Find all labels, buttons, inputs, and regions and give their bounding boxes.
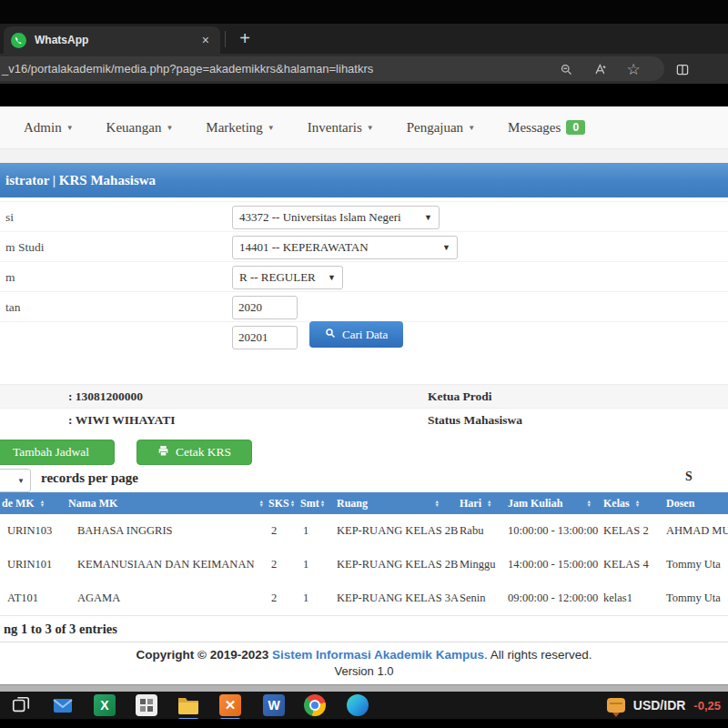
footer-link[interactable]: Sistem Informasi Akademik Kampus [272,648,484,662]
col-label: SKS [268,497,289,511]
currency-ticker[interactable]: USD/IDR -0,25 [607,692,721,719]
excel-icon[interactable]: X [93,693,116,717]
entries-info: ng 1 to 3 of 3 entries [4,622,117,637]
col-header-smt[interactable]: Smt ▲▼ [300,492,325,514]
sort-icon: ▲▼ [487,500,491,508]
tab-close-icon[interactable]: × [198,33,213,47]
version-line: Version 1.0 [0,664,728,678]
student-nim-value: : 13081200000 [68,389,143,404]
col-label: Smt [300,497,319,511]
cell-jam-kuliah: 10:00:00 - 13:00:00 [508,514,598,548]
app-grid-icon[interactable] [135,693,158,717]
col-header-kode-mk[interactable]: de MK ▲▼ [2,492,45,514]
table-row[interactable]: AT101 AGAMA 2 1 KEP-RUANG KELAS 3A Senin… [0,581,728,616]
sort-icon: ▲▼ [635,500,640,508]
new-tab-button[interactable]: + [233,26,257,50]
table-row[interactable]: URIN103 BAHASA INGGRIS 2 1 KEP-RUANG KEL… [0,514,728,549]
col-header-jam-kuliah[interactable]: Jam Kuliah ▲▼ [508,492,592,514]
chevron-down-icon: ▼ [367,124,374,132]
whatsapp-icon [11,33,26,48]
col-header-nama-mk[interactable]: Nama MK ▲▼ [68,492,264,514]
cell-jam-kuliah: 09:00:00 - 12:00:00 [508,581,598,615]
semester-input[interactable] [232,326,298,349]
institusi-select[interactable]: 43372 -- Universitas Islam Negeri ▼ [232,206,440,229]
file-explorer-icon[interactable] [177,693,200,717]
cell-kelas: KELAS 2 [603,514,649,548]
cell-ruang: KEP-RUANG KELAS 2B [337,548,458,581]
nav-item-admin[interactable]: Admin ▼ [24,120,74,136]
ketua-prodi-label: Ketua Prodi [428,389,492,404]
nav-item-messages[interactable]: Messages 0 [508,120,585,136]
col-header-kelas[interactable]: Kelas ▲▼ [603,492,640,514]
tambah-jadwal-button[interactable]: Tambah Jadwal [0,440,115,465]
search-icon [325,328,336,342]
cell-nama-mk: AGAMA [77,581,120,615]
currency-pair: USD/IDR [633,698,686,713]
taskbar-top-strip [0,684,728,692]
main-navbar: Admin ▼ Keuangan ▼ Marketing ▼ Inventari… [0,106,728,149]
cell-sks: 2 [271,581,277,615]
col-header-ruang[interactable]: Ruang ▲▼ [337,492,440,514]
form-row-angkatan: tan [0,291,728,322]
cetak-krs-button[interactable]: Cetak KRS [136,440,252,465]
version-value: 1.0 [377,664,393,678]
favorites-star-icon[interactable]: ☆ [624,60,642,78]
mail-app-icon[interactable] [51,693,75,717]
tab-divider [225,31,226,47]
sort-icon: ▲▼ [40,500,45,508]
col-header-sks[interactable]: SKS ▲▼ [268,492,295,514]
angkatan-input[interactable] [232,296,298,319]
form-label: m Studi [5,240,44,255]
col-header-dosen[interactable]: Dosen [666,492,694,514]
form-row-program-studi: m Studi 14401 -- KEPERAWATAN ▼ [0,231,728,262]
cell-sks: 2 [271,514,277,548]
sort-icon: ▲▼ [259,500,264,508]
form-row-program: m R -- REGULER ▼ [0,261,728,292]
cell-hari: Senin [460,581,485,615]
cell-kode-mk: AT101 [7,581,38,615]
nav-item-inventaris[interactable]: Inventaris ▼ [308,120,374,136]
records-per-page-select[interactable]: ▼ [0,469,31,492]
browser-address-bar: _v16/portalakademik/media.php?page=akade… [0,54,728,84]
cell-smt: 1 [303,581,308,615]
nav-item-marketing[interactable]: Marketing ▼ [206,120,274,136]
table-row[interactable]: URIN101 KEMANUSIAAN DAN KEIMANAN 2 1 KEP… [0,548,728,582]
edge-icon[interactable] [346,693,369,717]
screen-bottom-black-strip [0,719,728,728]
select-value: 43372 -- Universitas Islam Negeri [239,210,401,225]
zoom-out-icon[interactable] [557,60,575,78]
tab-title: WhatsApp [35,34,198,46]
col-header-hari[interactable]: Hari ▲▼ [460,492,491,514]
xampp-icon[interactable]: ✕ [218,693,242,717]
black-band [0,84,728,106]
nav-label: Pengajuan [407,120,463,136]
cell-kelas: KELAS 4 [603,548,649,581]
word-icon[interactable]: W [262,693,286,717]
windows-taskbar: X ✕ W USD/IDR -0,25 [0,692,728,719]
copyright-line: Copyright © 2019-2023 Sistem Informasi A… [0,648,728,662]
nav-item-pengajuan[interactable]: Pengajuan ▼ [407,120,475,136]
sort-icon: ▲▼ [290,500,295,508]
task-view-icon[interactable] [9,693,33,717]
split-screen-icon[interactable] [673,60,692,78]
browser-tab-whatsapp[interactable]: WhatsApp × [4,26,220,54]
page-title: istrator | KRS Mahasiswa [0,163,728,197]
browser-tab-bar: WhatsApp × + [0,24,728,54]
cell-kelas: kelas1 [603,581,632,615]
nav-item-keuangan[interactable]: Keuangan ▼ [106,120,174,136]
form-row-semester: Cari Data [0,321,728,352]
printer-icon [157,445,169,460]
chevron-down-icon: ▼ [166,124,173,132]
form-label: si [5,210,14,225]
nav-label: Messages [508,120,561,136]
chrome-icon[interactable] [303,693,327,717]
program-studi-select[interactable]: 14401 -- KEPERAWATAN ▼ [232,236,458,259]
cari-data-button[interactable]: Cari Data [309,321,403,348]
col-label: Dosen [666,497,694,511]
col-label: de MK [2,497,35,511]
currency-change: -0,25 [693,699,721,713]
read-aloud-icon[interactable] [592,60,610,78]
form-label: m [5,270,15,285]
program-select[interactable]: R -- REGULER ▼ [232,266,343,289]
chevron-down-icon: ▼ [17,477,25,485]
